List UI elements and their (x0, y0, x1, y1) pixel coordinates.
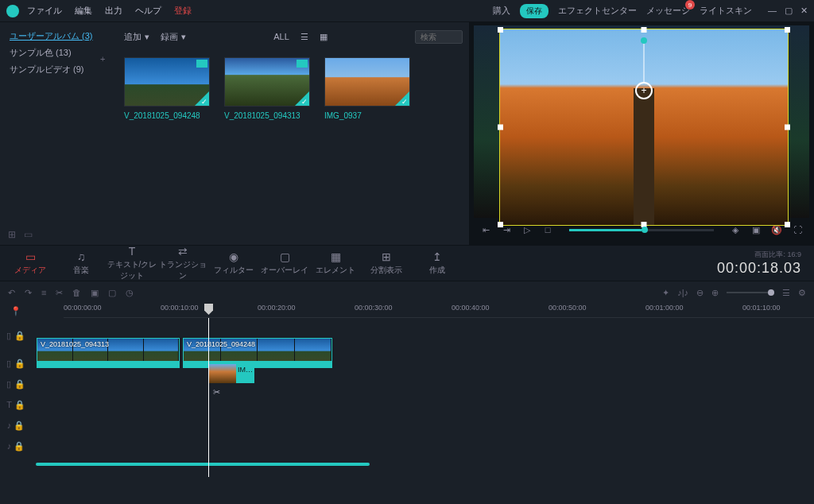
stop-icon[interactable]: □ (542, 225, 553, 235)
minimize-icon[interactable]: — (768, 6, 777, 16)
play-icon[interactable]: ▷ (521, 225, 533, 235)
track-head[interactable]: ▯ 🔒 (0, 331, 32, 341)
snapshot-icon[interactable]: ▣ (750, 225, 762, 235)
buy-link[interactable]: 購入 (493, 5, 510, 17)
fullscreen-icon[interactable]: ⛶ (792, 225, 803, 235)
sidebar-sample-video[interactable]: サンプルビデオ (9) (10, 64, 108, 76)
timeline-clip[interactable]: V_20181025_094248 (183, 338, 332, 368)
zoom-in-icon[interactable]: ⊕ (711, 288, 719, 298)
redo-icon[interactable]: ↷ (25, 288, 32, 298)
progress-slider[interactable] (569, 229, 714, 231)
search-input[interactable] (415, 30, 463, 44)
resize-handle[interactable] (785, 222, 790, 227)
playhead[interactable] (208, 318, 209, 477)
progress-thumb[interactable] (642, 227, 648, 233)
snapshot-icon[interactable]: ▢ (108, 288, 116, 298)
media-thumb[interactable]: IMG_0937 (324, 57, 410, 120)
track-head[interactable]: ♪ 🔒 (0, 441, 32, 452)
fx-center-link[interactable]: エフェクトセンター (558, 5, 637, 17)
chevron-down-icon: ▾ (145, 32, 149, 42)
light-skin-link[interactable]: ライトスキン (700, 5, 752, 17)
timecode-display: 00:00:18.03 (717, 260, 801, 277)
media-thumb[interactable]: V_20181025_094313 (224, 57, 310, 120)
ruler-tick: 00:01:10:00 (742, 304, 781, 312)
new-project-icon[interactable]: ⊞ (8, 229, 16, 240)
marker-icon[interactable]: ♪|♪ (677, 288, 688, 297)
menu-file[interactable]: ファイル (27, 5, 62, 17)
zoom-thumb[interactable] (768, 289, 774, 296)
marker-add-icon[interactable]: ✦ (662, 288, 669, 298)
track-head[interactable]: ♪ 🔒 (0, 421, 32, 431)
menu-output[interactable]: 出力 (105, 5, 122, 17)
record-dropdown[interactable]: 録画 ▾ (161, 31, 186, 43)
tab-element[interactable]: ▦エレメント (310, 250, 361, 276)
tab-music[interactable]: ♫音楽 (56, 250, 107, 276)
audio-track-1: ♪ 🔒 (0, 415, 814, 436)
messages-label: メッセージ (646, 6, 690, 15)
zoom-slider[interactable] (727, 292, 774, 293)
tab-transition[interactable]: ⇄トランジション (157, 245, 208, 281)
undo-icon[interactable]: ↶ (8, 288, 15, 298)
delete-icon[interactable]: 🗑 (72, 288, 81, 297)
time-ruler[interactable]: 00:00:00:00 00:00:10:00 00:00:20:00 00:0… (64, 304, 814, 318)
speed-icon[interactable]: ◷ (126, 288, 134, 298)
add-album-icon[interactable]: + (100, 54, 105, 64)
tab-media[interactable]: ▭メディア (5, 250, 56, 276)
track-head[interactable]: ▯ 🔒 (0, 379, 32, 390)
center-anchor-icon[interactable]: + (635, 82, 653, 99)
scissors-icon[interactable]: ✂ (213, 387, 220, 397)
maximize-icon[interactable]: ▢ (785, 6, 793, 16)
close-icon[interactable]: ✕ (800, 6, 808, 16)
view-list-icon[interactable]: ☰ (300, 32, 308, 42)
topbar-right: 購入 保存 エフェクトセンター メッセージ 9 ライトスキン — ▢ ✕ (493, 4, 808, 18)
resize-handle[interactable] (785, 125, 790, 130)
preview-pip-frame[interactable]: + (499, 29, 789, 226)
edit-icon[interactable]: ≡ (41, 288, 46, 297)
main-menu: ファイル 編集 出力 ヘルプ 登録 (27, 5, 192, 17)
track-head[interactable]: ▯ 🔒 (0, 359, 32, 369)
resize-handle[interactable] (642, 27, 647, 33)
view-grid-icon[interactable]: ▦ (320, 32, 328, 42)
sidebar-sample-color[interactable]: サンプル色 (13) (10, 47, 108, 59)
tab-overlay[interactable]: ▢オーバーレイ (259, 250, 310, 276)
resize-handle[interactable] (498, 125, 503, 130)
messages-link[interactable]: メッセージ 9 (646, 5, 690, 17)
timeline-clip[interactable]: V_20181025_094313 (37, 338, 180, 368)
resize-handle[interactable] (498, 222, 503, 227)
resize-handle[interactable] (785, 27, 790, 33)
ruler-tick: 00:00:50:00 (548, 304, 587, 312)
timeline-toolbar-right: ✦ ♪|♪ ⊖ ⊕ ☰ ⚙ (662, 288, 806, 298)
folder-icon[interactable]: ▭ (24, 229, 33, 240)
resize-handle[interactable] (498, 27, 503, 33)
menu-help[interactable]: ヘルプ (135, 5, 161, 17)
settings-icon[interactable]: ⚙ (798, 288, 806, 298)
category-tabs: ▭メディア ♫音楽 Tテキスト/クレジット ⇄トランジション ◉フィルター ▢オ… (0, 245, 814, 281)
crop-icon[interactable]: ▣ (91, 288, 99, 298)
filter-all-label[interactable]: ALL (273, 32, 289, 41)
cut-icon[interactable]: ✂ (56, 288, 63, 298)
list-icon[interactable]: ☰ (782, 288, 790, 298)
chevron-down-icon: ▾ (181, 32, 186, 42)
rotate-pivot-icon[interactable] (641, 37, 647, 44)
timeline-scrollbar[interactable] (36, 463, 814, 469)
thumb-label: IMG_0937 (324, 111, 410, 120)
add-dropdown[interactable]: 追加 ▾ (124, 31, 149, 43)
zoom-out-icon[interactable]: ⊖ (696, 288, 704, 298)
menu-register[interactable]: 登録 (174, 5, 192, 17)
preview-stage[interactable]: + (474, 25, 809, 218)
ruler-pin-icon[interactable]: 📍 (0, 304, 32, 318)
tab-split[interactable]: ⊞分割表示 (361, 250, 412, 276)
prev-frame-icon[interactable]: ⇤ (480, 225, 491, 235)
tab-filter[interactable]: ◉フィルター (208, 250, 259, 276)
scrollbar-thumb[interactable] (36, 463, 370, 466)
save-button[interactable]: 保存 (520, 4, 548, 18)
voiceover-icon[interactable]: ◈ (730, 225, 741, 235)
sidebar-user-album[interactable]: ユーザーアルバム (3) (10, 30, 108, 42)
tab-text[interactable]: Tテキスト/クレジット (107, 245, 157, 281)
track-head[interactable]: T 🔒 (0, 400, 32, 410)
mute-icon[interactable]: 🔇 (771, 225, 782, 235)
menu-edit[interactable]: 編集 (75, 5, 92, 17)
tab-create[interactable]: ↥作成 (412, 250, 463, 276)
timeline-pip-clip[interactable]: IM… (208, 364, 254, 383)
media-thumb[interactable]: V_20181025_094248 (124, 57, 210, 120)
